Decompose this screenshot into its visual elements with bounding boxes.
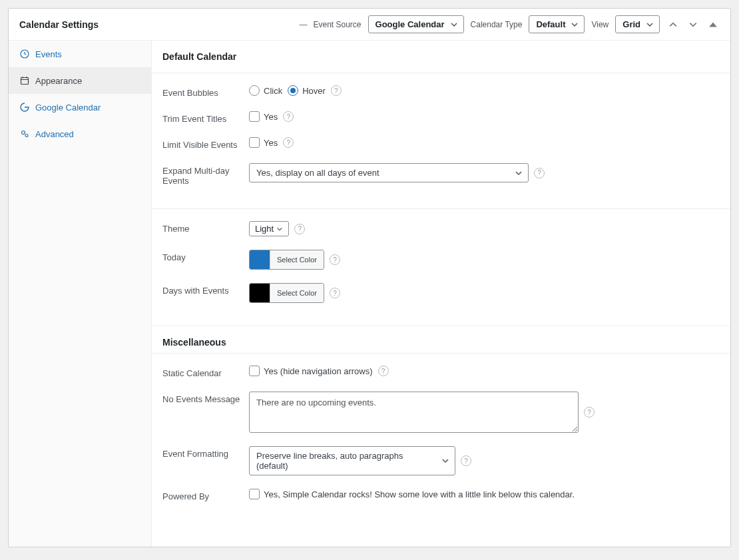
radio-label: Click bbox=[264, 86, 282, 96]
checkbox-trim-titles[interactable]: Yes bbox=[249, 111, 278, 122]
radio-icon bbox=[288, 85, 298, 96]
checkbox-static-calendar[interactable]: Yes (hide navigation arrows) bbox=[249, 366, 373, 376]
chevron-down-icon bbox=[450, 21, 458, 29]
event-source-select[interactable]: Google Calendar bbox=[368, 15, 464, 33]
textarea-no-events[interactable] bbox=[249, 392, 579, 433]
label-today: Today bbox=[162, 250, 249, 262]
dash-icon: — bbox=[299, 20, 306, 29]
calendar-type-select[interactable]: Default bbox=[529, 15, 585, 33]
checkbox-icon bbox=[249, 137, 260, 148]
color-button-label: Select Color bbox=[270, 284, 324, 302]
label-expand-multi: Expand Multi-day Events bbox=[162, 163, 249, 186]
label-formatting: Event Formatting bbox=[162, 446, 249, 459]
row-powered-by: Powered By Yes, Simple Calendar rocks! S… bbox=[162, 482, 720, 508]
row-today: Today Select Color ? bbox=[162, 243, 720, 276]
content: Default Calendar Event Bubbles Click Hov… bbox=[152, 41, 730, 547]
google-icon bbox=[19, 102, 30, 113]
help-icon[interactable]: ? bbox=[283, 111, 294, 122]
help-icon[interactable]: ? bbox=[330, 288, 340, 298]
label-trim-titles: Trim Event Titles bbox=[162, 111, 249, 124]
sidebar-item-google-calendar[interactable]: Google Calendar bbox=[9, 94, 151, 121]
sidebar-item-appearance[interactable]: Appearance bbox=[9, 67, 151, 94]
view-select[interactable]: Grid bbox=[615, 15, 660, 33]
help-icon[interactable]: ? bbox=[331, 85, 342, 96]
chevron-down-icon bbox=[276, 226, 283, 232]
event-source-label: Event Source bbox=[313, 20, 361, 29]
select-formatting[interactable]: Preserve line breaks, auto paragraphs (d… bbox=[249, 446, 455, 475]
page-title: Calendar Settings bbox=[19, 19, 299, 30]
move-up-button[interactable] bbox=[666, 18, 680, 31]
move-down-button[interactable] bbox=[686, 18, 700, 31]
collapse-button[interactable] bbox=[706, 18, 720, 31]
select-theme[interactable]: Light bbox=[249, 221, 289, 236]
label-powered-by: Powered By bbox=[162, 489, 249, 501]
sidebar-item-label: Appearance bbox=[35, 76, 82, 86]
sidebar-item-events[interactable]: Events bbox=[9, 41, 151, 67]
radio-icon bbox=[249, 85, 260, 96]
help-icon[interactable]: ? bbox=[584, 407, 595, 418]
fields-theme: Theme Light ? Today Select Co bbox=[152, 209, 730, 326]
section-miscellaneous: Miscellaneous bbox=[152, 326, 730, 353]
event-source-value: Google Calendar bbox=[375, 19, 445, 29]
color-swatch bbox=[250, 250, 270, 269]
topbar-controls: — Event Source Google Calendar Calendar … bbox=[299, 15, 720, 33]
label-limit-visible: Limit Visible Events bbox=[162, 137, 249, 150]
label-static-calendar: Static Calendar bbox=[162, 366, 249, 378]
calendar-type-label: Calendar Type bbox=[471, 20, 523, 29]
fields-appearance: Event Bubbles Click Hover ? bbox=[152, 73, 730, 209]
fields-misc: Static Calendar Yes (hide navigation arr… bbox=[152, 353, 730, 524]
svg-rect-1 bbox=[21, 78, 29, 85]
checkbox-powered-by[interactable]: Yes, Simple Calendar rocks! Show some lo… bbox=[249, 489, 575, 499]
chevron-down-icon bbox=[441, 457, 449, 465]
select-value: Yes, display on all days of event bbox=[256, 168, 379, 178]
checkbox-icon bbox=[249, 489, 260, 499]
checkbox-limit-visible[interactable]: Yes bbox=[249, 137, 278, 148]
chevron-down-icon bbox=[646, 21, 654, 29]
checkbox-label: Yes (hide navigation arrows) bbox=[264, 366, 373, 376]
checkbox-icon bbox=[249, 111, 260, 122]
cogs-icon bbox=[19, 129, 30, 139]
row-trim-titles: Trim Event Titles Yes ? bbox=[162, 105, 720, 131]
svg-point-3 bbox=[25, 135, 28, 137]
row-no-events: No Events Message ? bbox=[162, 385, 720, 439]
help-icon[interactable]: ? bbox=[461, 455, 471, 466]
color-swatch bbox=[250, 284, 270, 302]
label-theme: Theme bbox=[162, 221, 249, 234]
chevron-down-icon bbox=[515, 169, 523, 177]
row-event-bubbles: Event Bubbles Click Hover ? bbox=[162, 79, 720, 105]
help-icon[interactable]: ? bbox=[378, 366, 389, 376]
layout: Events Appearance Google Calendar Advanc… bbox=[9, 41, 730, 547]
help-icon[interactable]: ? bbox=[534, 168, 545, 178]
sidebar-item-label: Advanced bbox=[35, 129, 74, 139]
row-static-calendar: Static Calendar Yes (hide navigation arr… bbox=[162, 359, 720, 385]
sidebar-item-label: Events bbox=[35, 49, 62, 59]
sidebar-item-label: Google Calendar bbox=[35, 103, 101, 113]
help-icon[interactable]: ? bbox=[283, 137, 294, 148]
checkbox-label: Yes, Simple Calendar rocks! Show some lo… bbox=[264, 489, 575, 499]
section-default-calendar: Default Calendar bbox=[152, 41, 730, 73]
calendar-icon bbox=[19, 75, 30, 86]
colorpicker-today[interactable]: Select Color bbox=[249, 250, 324, 270]
help-icon[interactable]: ? bbox=[330, 254, 340, 265]
select-value: Light bbox=[255, 224, 274, 234]
radio-label: Hover bbox=[302, 86, 326, 96]
sidebar-item-advanced[interactable]: Advanced bbox=[9, 121, 151, 147]
svg-point-2 bbox=[22, 131, 25, 135]
clock-icon bbox=[19, 49, 30, 59]
select-expand-multi[interactable]: Yes, display on all days of event bbox=[249, 163, 529, 182]
row-expand-multi: Expand Multi-day Events Yes, display on … bbox=[162, 156, 720, 192]
view-label: View bbox=[591, 20, 609, 29]
help-icon[interactable]: ? bbox=[294, 224, 305, 234]
label-event-bubbles: Event Bubbles bbox=[162, 85, 249, 98]
checkbox-icon bbox=[249, 366, 260, 376]
calendar-type-value: Default bbox=[536, 19, 565, 29]
row-limit-visible: Limit Visible Events Yes ? bbox=[162, 131, 720, 156]
radio-hover[interactable]: Hover bbox=[288, 85, 326, 96]
checkbox-label: Yes bbox=[264, 112, 278, 122]
chevron-down-icon bbox=[571, 21, 579, 29]
radio-click[interactable]: Click bbox=[249, 85, 282, 96]
topbar: Calendar Settings — Event Source Google … bbox=[9, 9, 730, 41]
label-no-events: No Events Message bbox=[162, 392, 249, 404]
colorpicker-days-events[interactable]: Select Color bbox=[249, 283, 324, 303]
color-button-label: Select Color bbox=[270, 250, 324, 269]
